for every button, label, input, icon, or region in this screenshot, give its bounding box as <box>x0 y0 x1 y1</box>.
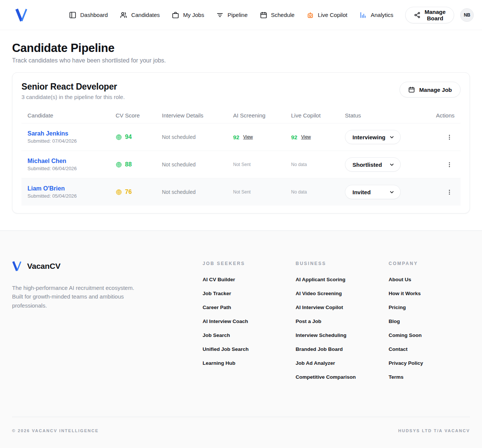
nav-label: Dashboard <box>80 12 108 18</box>
footer-link[interactable]: Job Ad Analyzer <box>296 360 335 366</box>
footer-link[interactable]: Competitive Comparison <box>296 374 356 380</box>
interview-details: Not scheduled <box>156 129 227 145</box>
vacancv-logo-icon[interactable] <box>15 8 28 22</box>
user-avatar[interactable]: NB <box>460 8 474 22</box>
nav-label: Candidates <box>131 12 160 18</box>
live-copilot-score: 92 <box>291 134 297 140</box>
status-dropdown[interactable]: Shortlisted <box>345 157 401 172</box>
col-header-candidate: Candidate <box>21 108 110 123</box>
live-copilot-status: No data <box>285 184 339 200</box>
nav-label: Live Copilot <box>318 12 347 18</box>
nav-item-my-jobs[interactable]: My Jobs <box>167 8 209 23</box>
row-actions-menu-button[interactable] <box>444 187 455 197</box>
footer-link[interactable]: AI Interview Coach <box>203 318 248 324</box>
table-row: Sarah Jenkins Submitted: 07/04/2026 94 N… <box>21 123 461 151</box>
col-header-live-copilot: Live Copilot <box>285 108 339 123</box>
target-icon <box>116 189 122 195</box>
ai-screening-view-link[interactable]: View <box>243 134 253 140</box>
col-header-cv-score: CV Score <box>110 108 156 123</box>
col-header-ai-screening: AI Screening <box>227 108 285 123</box>
nav-item-schedule[interactable]: Schedule <box>255 8 300 23</box>
interview-details: Not scheduled <box>156 156 227 173</box>
footer-company-line: HUDSYS LTD T/A VACANCV <box>398 428 470 433</box>
footer-link[interactable]: Job Search <box>203 332 230 338</box>
briefcase-icon <box>172 11 179 19</box>
nav-item-analytics[interactable]: Analytics <box>354 8 398 23</box>
ai-screening-status: Not Sent <box>227 184 285 200</box>
cv-score-value: 94 <box>125 134 132 140</box>
footer-link[interactable]: About Us <box>389 277 411 282</box>
nav-item-dashboard[interactable]: Dashboard <box>64 8 113 23</box>
footer-link[interactable]: Blog <box>389 318 400 324</box>
top-nav: Dashboard Candidates My Jobs Pipeline Sc… <box>0 0 482 30</box>
candidate-name-link[interactable]: Liam O'Brien <box>27 185 65 192</box>
robot-icon <box>307 11 314 19</box>
chevron-down-icon <box>389 189 395 195</box>
candidate-name-link[interactable]: Michael Chen <box>27 158 66 164</box>
ai-screening-status: Not Sent <box>227 157 285 172</box>
footer-link[interactable]: Contact <box>389 346 407 352</box>
footer-brand-block: VacanCV The high-performance AI recruitm… <box>12 261 203 310</box>
footer-link[interactable]: AI Video Screening <box>296 291 342 296</box>
job-title: Senior React Developer <box>21 82 125 92</box>
job-candidate-count: 3 candidate(s) in the pipeline for this … <box>21 94 125 100</box>
manage-job-label: Manage Job <box>419 87 452 93</box>
nav-item-candidates[interactable]: Candidates <box>115 8 165 23</box>
footer-link[interactable]: Job Tracker <box>203 291 231 296</box>
footer-link[interactable]: Unified Job Search <box>203 346 249 352</box>
nav-item-live-copilot[interactable]: Live Copilot <box>302 8 352 23</box>
col-header-status: Status <box>339 108 415 123</box>
footer-column-business: BUSINESS AI Applicant Scoring AI Video S… <box>296 261 389 387</box>
table-header-row: Candidate CV Score Interview Details AI … <box>21 108 461 123</box>
users-icon <box>120 11 127 19</box>
footer: VacanCV The high-performance AI recruitm… <box>0 230 482 448</box>
footer-link[interactable]: Interview Scheduling <box>296 332 346 338</box>
footer-link[interactable]: AI Applicant Scoring <box>296 277 345 282</box>
page-title: Candidate Pipeline <box>12 41 470 55</box>
table-row: Liam O'Brien Submitted: 05/04/2026 76 No… <box>21 178 461 206</box>
footer-link[interactable]: How it Works <box>389 291 421 296</box>
bar-chart-icon <box>359 11 367 19</box>
row-actions-menu-button[interactable] <box>444 159 455 170</box>
footer-link[interactable]: Coming Soon <box>389 332 422 338</box>
calendar-icon <box>408 86 415 93</box>
chevron-down-icon <box>389 162 395 168</box>
footer-bottom-bar: © 2026 VACANCV INTELLIGENCE HUDSYS LTD T… <box>12 417 470 433</box>
cv-score-value: 76 <box>125 189 132 195</box>
footer-link[interactable]: Branded Job Board <box>296 346 343 352</box>
job-pipeline-card: Senior React Developer 3 candidate(s) in… <box>12 72 470 213</box>
chevron-down-icon <box>389 134 395 140</box>
col-header-actions: Actions <box>415 108 461 123</box>
main-nav: Dashboard Candidates My Jobs Pipeline Sc… <box>64 8 398 23</box>
footer-link[interactable]: Post a Job <box>296 318 321 324</box>
footer-column-heading: COMPANY <box>389 261 470 266</box>
manage-job-button[interactable]: Manage Job <box>400 82 461 98</box>
footer-column-company: COMPANY About Us How it Works Pricing Bl… <box>389 261 470 387</box>
candidate-name-link[interactable]: Sarah Jenkins <box>27 130 69 137</box>
footer-link[interactable]: Privacy Policy <box>389 360 423 366</box>
nav-item-pipeline[interactable]: Pipeline <box>211 8 252 23</box>
live-copilot-view-link[interactable]: View <box>301 134 311 140</box>
nav-label: Pipeline <box>227 12 247 18</box>
footer-link[interactable]: AI Interview Copilot <box>296 305 343 310</box>
row-actions-menu-button[interactable] <box>444 132 455 142</box>
footer-link[interactable]: AI CV Builder <box>203 277 235 282</box>
avatar-initials: NB <box>464 12 470 18</box>
manage-board-label: Manage Board <box>425 9 446 21</box>
calendar-icon <box>260 11 267 19</box>
footer-link[interactable]: Terms <box>389 374 404 380</box>
footer-brand-name: VacanCV <box>27 262 61 271</box>
panel-layout-icon <box>69 11 76 19</box>
footer-link[interactable]: Career Path <box>203 305 231 310</box>
nav-label: My Jobs <box>183 12 204 18</box>
main-content: Candidate Pipeline Track candidates who … <box>0 30 482 230</box>
share-network-icon <box>414 12 421 18</box>
candidate-submitted-date: Submitted: 05/04/2026 <box>27 193 104 199</box>
status-dropdown[interactable]: Interviewing <box>345 130 401 144</box>
status-dropdown[interactable]: Invited <box>345 185 401 199</box>
col-header-interview: Interview Details <box>156 108 227 123</box>
manage-board-button[interactable]: Manage Board <box>405 7 455 23</box>
footer-link[interactable]: Learning Hub <box>203 360 235 366</box>
footer-column-heading: JOB SEEKERS <box>203 261 296 266</box>
footer-link[interactable]: Pricing <box>389 305 406 310</box>
